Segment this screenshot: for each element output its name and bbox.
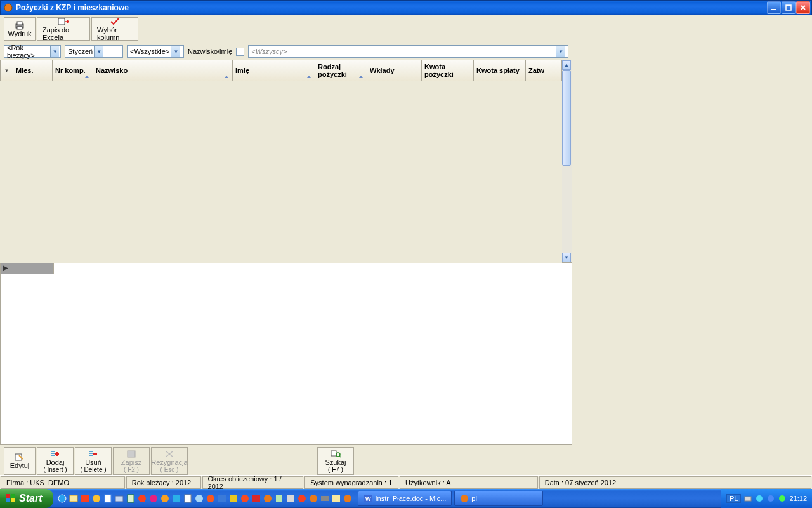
ql-icon[interactable] bbox=[251, 493, 261, 504]
ql-icon[interactable] bbox=[80, 493, 90, 504]
all-dropdown[interactable]: <Wszystkie>▼ bbox=[127, 45, 184, 58]
ql-icon[interactable] bbox=[343, 493, 353, 504]
tray-icon[interactable] bbox=[766, 494, 775, 503]
ql-icon[interactable] bbox=[206, 493, 216, 504]
svg-point-25 bbox=[161, 495, 169, 502]
svg-rect-26 bbox=[173, 495, 180, 502]
ql-icon[interactable] bbox=[194, 493, 204, 504]
svg-rect-13 bbox=[11, 494, 15, 498]
ql-icon[interactable] bbox=[148, 493, 159, 504]
taskbar-item-app[interactable]: pl bbox=[454, 491, 543, 506]
column-nr-komp[interactable]: Nr komp. bbox=[53, 60, 93, 81]
svg-rect-7 bbox=[58, 18, 65, 25]
grid-current-row[interactable] bbox=[1, 263, 54, 274]
ql-icon[interactable] bbox=[183, 493, 193, 504]
svg-rect-27 bbox=[185, 495, 191, 502]
action-row: Edytuj Dodaj ( Insert ) Usuń ( Delete ) … bbox=[0, 444, 572, 478]
window-titlebar: Pożyczki z KZP i mieszkaniowe bbox=[0, 0, 812, 15]
ql-icon[interactable] bbox=[217, 493, 227, 504]
scroll-down-icon[interactable]: ▼ bbox=[562, 253, 571, 262]
taskbar: Start W Instr_Płace.doc - Mic... pl bbox=[0, 489, 812, 508]
ql-icon[interactable] bbox=[171, 493, 181, 504]
tray-icon[interactable] bbox=[755, 494, 764, 503]
ql-icon[interactable] bbox=[137, 493, 147, 504]
printer-icon bbox=[14, 21, 25, 30]
svg-rect-1 bbox=[771, 9, 776, 10]
row-marker-icon: ▶ bbox=[3, 264, 8, 271]
chevron-down-icon: ▼ bbox=[556, 46, 565, 57]
ql-icon[interactable] bbox=[114, 493, 124, 504]
tray-icon[interactable] bbox=[743, 494, 752, 503]
grid-body: ▶ bbox=[0, 263, 572, 444]
tray-icon[interactable] bbox=[778, 494, 787, 503]
status-okres: Okres obliczeniowy : 1 / 2012 bbox=[202, 476, 304, 489]
svg-point-19 bbox=[93, 495, 100, 502]
ql-icon[interactable] bbox=[308, 493, 318, 504]
ql-icon[interactable] bbox=[274, 493, 284, 504]
svg-rect-39 bbox=[321, 496, 329, 501]
column-nazwisko[interactable]: Nazwisko bbox=[93, 60, 233, 81]
export-excel-button[interactable]: Zapis do Excela bbox=[37, 17, 90, 41]
column-filter[interactable]: ▼ bbox=[1, 60, 13, 81]
close-button[interactable] bbox=[796, 1, 810, 14]
svg-rect-15 bbox=[11, 498, 15, 502]
grid-scrollbar[interactable]: ▲ ▼ bbox=[562, 60, 572, 263]
svg-rect-17 bbox=[70, 495, 77, 502]
status-data: Data : 07 styczeń 2012 bbox=[539, 476, 811, 489]
print-button[interactable]: Wydruk bbox=[4, 17, 36, 41]
scroll-thumb[interactable] bbox=[562, 70, 571, 166]
svg-point-41 bbox=[344, 495, 351, 502]
column-zatw[interactable]: Zatw bbox=[526, 60, 561, 81]
svg-rect-36 bbox=[287, 495, 294, 502]
ql-icon[interactable] bbox=[297, 493, 307, 504]
name-filter-checkbox[interactable] bbox=[236, 48, 244, 56]
ql-icon[interactable] bbox=[240, 493, 250, 504]
svg-rect-6 bbox=[17, 27, 22, 29]
search-button[interactable]: Szukaj ( F7 ) bbox=[317, 447, 354, 475]
cancel-icon bbox=[164, 450, 175, 458]
clock[interactable]: 21:12 bbox=[789, 495, 807, 502]
column-mies[interactable]: Mies. bbox=[13, 60, 53, 81]
status-rok: Rok bieżący : 2012 bbox=[126, 476, 201, 489]
svg-rect-40 bbox=[332, 495, 340, 502]
column-kwota-splaty[interactable]: Kwota spłaty bbox=[474, 60, 526, 81]
add-button[interactable]: Dodaj ( Insert ) bbox=[37, 447, 74, 475]
ql-icon[interactable] bbox=[57, 493, 67, 504]
ql-icon[interactable] bbox=[331, 493, 341, 504]
ql-icon[interactable] bbox=[126, 493, 136, 504]
column-imie[interactable]: Imię bbox=[233, 60, 315, 81]
maximize-button[interactable] bbox=[782, 1, 796, 14]
column-select-button[interactable]: Wybór kolumn bbox=[91, 17, 138, 41]
start-button[interactable]: Start bbox=[0, 489, 53, 508]
taskbar-item-word[interactable]: W Instr_Płace.doc - Mic... bbox=[358, 491, 452, 506]
grid-header: ▼ Mies. Nr komp. Nazwisko Imię Rodzaj po… bbox=[0, 60, 562, 81]
svg-rect-9 bbox=[128, 451, 135, 457]
ql-icon[interactable] bbox=[263, 493, 273, 504]
scroll-up-icon[interactable]: ▲ bbox=[562, 60, 571, 70]
ql-icon[interactable] bbox=[285, 493, 296, 504]
ql-icon[interactable] bbox=[160, 493, 170, 504]
delete-button[interactable]: Usuń ( Delete ) bbox=[75, 447, 112, 475]
minimize-button[interactable] bbox=[767, 1, 781, 14]
column-rodzaj[interactable]: Rodzaj pożyczki bbox=[315, 60, 367, 81]
svg-point-48 bbox=[779, 495, 785, 502]
column-kwota-pozyczki[interactable]: Kwota pożyczki bbox=[422, 60, 474, 81]
ql-icon[interactable] bbox=[103, 493, 113, 504]
ql-icon[interactable] bbox=[91, 493, 102, 504]
column-wklady[interactable]: Wkłady bbox=[367, 60, 422, 81]
save-button: Zapisz ( F2 ) bbox=[113, 447, 150, 475]
svg-point-32 bbox=[241, 495, 249, 502]
language-indicator[interactable]: PL bbox=[726, 494, 741, 503]
svg-point-23 bbox=[138, 495, 146, 502]
edit-button[interactable]: Edytuj bbox=[4, 447, 36, 475]
filter-bar: <Rok bieżący>▼ Styczeń▼ <Wszystkie>▼ Naz… bbox=[0, 43, 812, 60]
ql-icon[interactable] bbox=[320, 493, 330, 504]
status-system: System wynagradzania : 1 bbox=[304, 476, 398, 489]
chevron-down-icon: ▼ bbox=[50, 46, 59, 57]
svg-rect-14 bbox=[6, 498, 10, 502]
year-dropdown[interactable]: <Rok bieżący>▼ bbox=[4, 45, 61, 58]
ql-icon[interactable] bbox=[228, 493, 239, 504]
employee-search-dropdown[interactable]: <Wszyscy> ▼ bbox=[248, 45, 568, 58]
ql-icon[interactable] bbox=[69, 493, 79, 504]
month-dropdown[interactable]: Styczeń▼ bbox=[65, 45, 123, 58]
